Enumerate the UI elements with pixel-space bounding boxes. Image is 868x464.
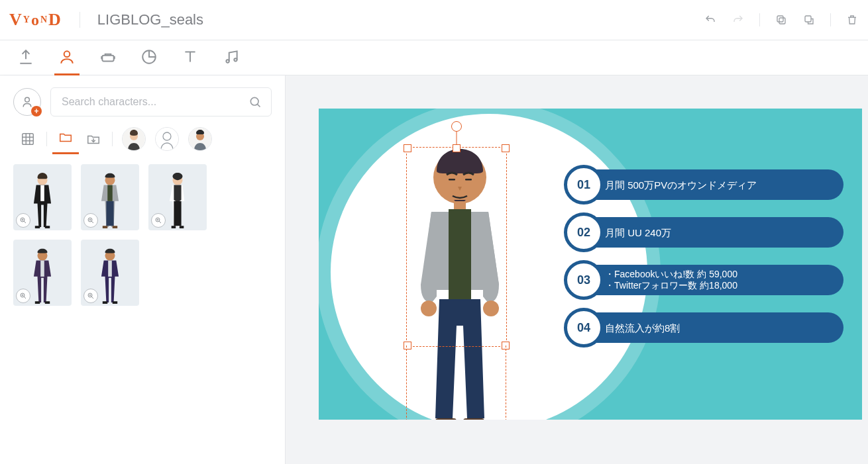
bullet-item[interactable]: 02月間 UU 240万 (565, 217, 843, 248)
svg-rect-10 (23, 134, 34, 145)
character-card[interactable] (81, 164, 139, 230)
bullet-number: 04 (564, 308, 604, 348)
svg-rect-24 (106, 201, 113, 226)
divider (759, 13, 760, 26)
undo-button[interactable] (704, 13, 717, 26)
asset-tabs (0, 40, 868, 75)
canvas-area[interactable]: 01月間 500万PVのオウンドメディア 02月間 UU 240万 03・Fac… (286, 75, 868, 464)
zoom-icon[interactable] (16, 213, 30, 228)
svg-rect-49 (435, 418, 457, 420)
svg-rect-29 (174, 201, 181, 226)
resize-handle-tc[interactable] (453, 144, 461, 152)
svg-rect-31 (180, 226, 184, 228)
paste-button[interactable] (802, 13, 816, 26)
zoom-icon[interactable] (151, 213, 166, 228)
svg-point-6 (226, 60, 229, 62)
selection-box[interactable] (406, 147, 507, 347)
zoom-icon[interactable] (83, 213, 98, 228)
style-filter-contemporary[interactable] (188, 127, 212, 151)
svg-rect-1 (777, 16, 783, 22)
divider (112, 132, 113, 146)
bullet-number: 01 (564, 165, 604, 205)
bullet-text: ・Facebookいいね!数 約 59,000 ・Twitterフォロワー数 約… (605, 269, 737, 291)
props-tab[interactable] (99, 48, 117, 75)
topbar: V Y oN D LIGBLOG_seals (0, 0, 868, 40)
character-filters (0, 123, 285, 158)
create-character-button[interactable]: + (13, 88, 41, 116)
plus-badge-icon: + (31, 106, 42, 116)
bullet-number: 02 (564, 212, 604, 252)
divider (830, 13, 831, 26)
svg-rect-50 (463, 418, 484, 420)
svg-rect-41 (113, 301, 117, 304)
bullet-item[interactable]: 03・Facebookいいね!数 約 59,000 ・Twitterフォロワー数… (565, 265, 843, 295)
svg-rect-30 (172, 226, 176, 228)
svg-rect-2 (805, 16, 811, 22)
resize-handle-tr[interactable] (502, 144, 510, 152)
character-card[interactable] (148, 164, 207, 230)
svg-point-3 (64, 51, 70, 57)
character-grid (0, 158, 285, 312)
vyond-logo[interactable]: V Y oN D (9, 10, 62, 30)
rotation-handle[interactable] (451, 121, 462, 132)
selection-guide-left (406, 346, 407, 420)
bullet-text: 月間 500万PVのオウンドメディア (605, 179, 757, 191)
delete-button[interactable] (845, 13, 859, 26)
svg-rect-39 (108, 261, 112, 277)
upload-tab[interactable] (17, 48, 34, 75)
character-card[interactable] (13, 164, 72, 230)
stage[interactable]: 01月間 500万PVのオウンドメディア 02月間 UU 240万 03・Fac… (319, 109, 862, 420)
redo-button[interactable] (732, 13, 745, 26)
bullet-list: 01月間 500万PVのオウンドメディア 02月間 UU 240万 03・Fac… (565, 169, 843, 343)
svg-point-13 (156, 128, 178, 150)
character-card[interactable] (81, 240, 139, 306)
grid-filter[interactable] (19, 130, 37, 148)
character-card[interactable] (13, 240, 72, 306)
search-icon (248, 95, 262, 109)
divider (46, 132, 47, 146)
svg-point-7 (234, 58, 237, 61)
svg-rect-40 (103, 301, 107, 304)
svg-rect-34 (40, 261, 44, 277)
resize-handle-bl[interactable] (404, 342, 411, 349)
copy-button[interactable] (775, 13, 788, 26)
bullet-text: 自然流入が約8割 (605, 322, 680, 334)
text-tab[interactable] (182, 48, 199, 75)
zoom-icon[interactable] (83, 289, 98, 303)
svg-rect-18 (40, 185, 44, 201)
selection-guide-right (506, 346, 506, 420)
folder-filter[interactable] (56, 128, 75, 150)
divider (80, 12, 80, 28)
import-filter[interactable] (84, 130, 103, 148)
bullet-text: 月間 UU 240万 (605, 227, 671, 238)
bullet-number: 03 (564, 260, 604, 300)
svg-point-9 (250, 97, 258, 105)
bullet-item[interactable]: 04自然流入が約8割 (565, 312, 843, 343)
search-box[interactable] (50, 87, 272, 116)
svg-rect-35 (35, 301, 40, 304)
svg-rect-20 (45, 226, 50, 228)
bullet-item[interactable]: 01月間 500万PVのオウンドメディア (565, 169, 843, 200)
svg-rect-36 (45, 301, 50, 304)
svg-rect-26 (113, 226, 117, 228)
style-filter-whiteboard[interactable] (155, 127, 179, 151)
workspace: + (0, 75, 868, 464)
topbar-actions (704, 13, 859, 26)
svg-rect-23 (107, 185, 112, 201)
project-title[interactable]: LIGBLOG_seals (97, 11, 203, 28)
svg-rect-25 (103, 226, 107, 228)
audio-tab[interactable] (223, 48, 240, 75)
style-filter-business[interactable] (122, 127, 146, 151)
svg-rect-19 (35, 226, 40, 228)
svg-rect-0 (779, 18, 785, 24)
resize-handle-tl[interactable] (404, 144, 411, 152)
characters-panel: + (0, 75, 286, 464)
svg-rect-4 (102, 56, 113, 62)
svg-point-8 (25, 97, 30, 102)
zoom-icon[interactable] (16, 289, 30, 303)
charts-tab[interactable] (140, 48, 158, 75)
characters-tab[interactable] (58, 48, 76, 75)
search-input[interactable] (60, 95, 243, 109)
